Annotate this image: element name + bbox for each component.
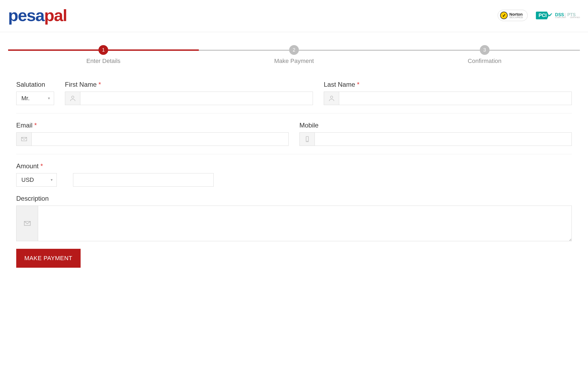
security-badges: ✓ Norton SECURED PCI ✔ DSS|PTS COMPLIANT… (498, 10, 580, 21)
step-confirmation: 3 Confirmation (389, 45, 580, 65)
brand-part2: pal (44, 6, 67, 25)
mobile-label: Mobile (299, 122, 572, 129)
brand-part1: pesa (8, 6, 44, 25)
pci-badge: PCI ✔ DSS|PTS COMPLIANT CERTIFIED (536, 12, 580, 19)
chevron-down-icon: ▼ (47, 96, 51, 100)
email-input[interactable] (32, 133, 288, 146)
required-marker: * (40, 162, 43, 170)
user-icon (324, 92, 339, 105)
step-label: Make Payment (274, 58, 314, 65)
description-field: Description (16, 195, 572, 241)
required-marker: * (98, 81, 101, 88)
details-form: Salutation Mr. ▼ First Name * Last Name … (0, 65, 588, 276)
amount-label: Amount (16, 162, 39, 170)
currency-value: USD (21, 176, 34, 183)
required-marker: * (357, 81, 359, 88)
mail-icon (16, 206, 38, 241)
step-number: 1 (98, 45, 108, 55)
first-name-field: First Name * (65, 81, 313, 105)
currency-select[interactable]: USD ▼ (16, 173, 57, 187)
step-number: 3 (480, 45, 490, 55)
salutation-select[interactable]: Mr. ▼ (16, 92, 54, 105)
step-number: 2 (289, 45, 299, 55)
brand-logo: pesapal (8, 7, 67, 24)
amount-input[interactable] (73, 173, 213, 186)
step-label: Enter Details (86, 58, 120, 65)
description-input[interactable] (38, 206, 572, 241)
description-label: Description (16, 195, 572, 202)
norton-subtitle: SECURED (509, 16, 523, 19)
email-label: Email (16, 122, 32, 129)
salutation-field: Salutation Mr. ▼ (16, 81, 54, 105)
chevron-down-icon: ▼ (50, 178, 53, 182)
pci-main: PCI (536, 12, 549, 19)
step-make-payment: 2 Make Payment (199, 45, 389, 65)
pci-sub2: CERTIFIED (570, 16, 580, 18)
step-label: Confirmation (468, 58, 501, 65)
salutation-label: Salutation (16, 81, 54, 88)
mobile-icon (300, 133, 315, 146)
mobile-input[interactable] (315, 133, 572, 146)
mail-icon (16, 133, 32, 146)
make-payment-button[interactable]: MAKE PAYMENT (16, 249, 81, 268)
user-icon (65, 92, 80, 105)
pci-sub1: COMPLIANT (555, 16, 566, 18)
step-enter-details: 1 Enter Details (8, 45, 199, 65)
salutation-value: Mr. (21, 95, 30, 102)
check-icon: ✔ (548, 12, 553, 18)
mobile-field: Mobile (299, 122, 572, 146)
first-name-label: First Name (65, 81, 97, 88)
email-field: Email * (16, 122, 289, 146)
norton-title: Norton (509, 12, 523, 16)
page-header: pesapal ✓ Norton SECURED PCI ✔ DSS|PTS C… (0, 0, 588, 32)
required-marker: * (34, 122, 37, 129)
norton-badge: ✓ Norton SECURED (498, 10, 528, 21)
first-name-input[interactable] (80, 92, 313, 105)
amount-field: Amount * USD ▼ (16, 162, 214, 187)
progress-stepper: 1 Enter Details 2 Make Payment 3 Confirm… (0, 32, 588, 65)
last-name-label: Last Name (324, 81, 355, 88)
last-name-field: Last Name * (324, 81, 572, 105)
svg-point-0 (71, 96, 74, 98)
svg-point-1 (330, 96, 333, 98)
checkmark-icon: ✓ (500, 12, 508, 19)
last-name-input[interactable] (339, 92, 572, 105)
